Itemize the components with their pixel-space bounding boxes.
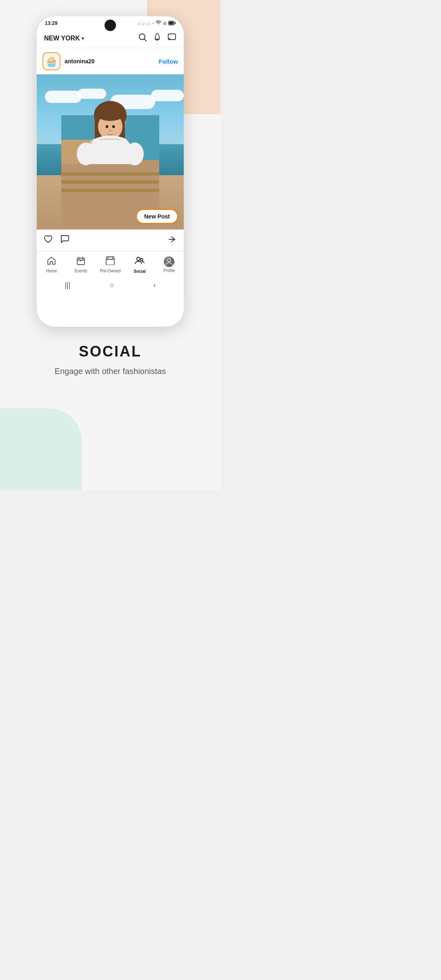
post-image: New Post xyxy=(37,74,184,229)
svg-point-17 xyxy=(106,125,108,128)
android-back-icon[interactable]: ‹ xyxy=(154,281,156,290)
svg-point-16 xyxy=(98,111,122,121)
search-icon[interactable] xyxy=(138,33,147,44)
nav-preowned-label: Pre-Owned xyxy=(100,269,121,273)
nav-preowned[interactable]: Pre-Owned xyxy=(98,256,122,273)
social-heading: SOCIAL xyxy=(79,343,142,360)
svg-point-24 xyxy=(167,258,171,262)
wifi-icon xyxy=(156,20,161,26)
svg-rect-7 xyxy=(61,180,159,184)
android-menu-icon[interactable]: ||| xyxy=(65,281,70,290)
events-icon xyxy=(76,256,86,267)
nav-profile-label: Profile xyxy=(163,268,175,273)
bg-decoration-bottom xyxy=(0,408,82,490)
no-signal-icon: ⊘ xyxy=(163,21,167,26)
svg-point-19 xyxy=(109,130,111,132)
play-icon: ▷ xyxy=(143,21,146,26)
nav-social[interactable]: Social xyxy=(127,256,152,274)
svg-point-18 xyxy=(112,125,115,128)
nav-events[interactable]: Events xyxy=(69,256,93,273)
status-icons: ⚠ ▷ ▷ • ⊘ xyxy=(137,20,176,26)
user-avatar[interactable]: 🧁 xyxy=(42,52,60,70)
new-post-button[interactable]: New Post xyxy=(136,209,178,224)
android-nav-bar: ||| ○ ‹ xyxy=(37,277,184,294)
location-text: NEW YORK xyxy=(44,35,80,42)
svg-rect-6 xyxy=(61,172,159,176)
preowned-icon xyxy=(105,256,115,267)
phone-shell: 13:29 ⚠ ▷ ▷ • ⊘ xyxy=(37,16,184,327)
nav-home-label: Home xyxy=(46,269,57,273)
chevron-down-icon: ▾ xyxy=(82,36,84,41)
nav-events-label: Events xyxy=(75,269,87,273)
warning-icon: ⚠ xyxy=(137,21,141,26)
svg-point-21 xyxy=(126,143,144,165)
android-home-icon[interactable]: ○ xyxy=(110,281,114,290)
status-bar: 13:29 ⚠ ▷ ▷ • ⊘ xyxy=(37,16,184,29)
social-subtitle: Engage with other fashionistas xyxy=(55,367,166,376)
camera-notch xyxy=(105,20,116,31)
bottom-navigation: Home Events Pre-Owned xyxy=(37,251,184,277)
username: antonina20 xyxy=(65,58,159,65)
header-icons xyxy=(138,33,176,44)
location-selector[interactable]: NEW YORK ▾ xyxy=(44,35,84,42)
social-icon xyxy=(134,256,145,268)
nav-social-label: Social xyxy=(134,269,145,274)
svg-rect-8 xyxy=(61,189,159,192)
battery-icon xyxy=(168,21,176,26)
svg-rect-1 xyxy=(175,22,176,24)
comment-button[interactable] xyxy=(60,234,69,246)
share-button[interactable] xyxy=(167,235,177,246)
nav-profile[interactable]: Profile xyxy=(157,256,181,273)
cast-icon: ▷ xyxy=(147,21,151,26)
svg-point-22 xyxy=(137,257,140,261)
nav-home[interactable]: Home xyxy=(39,256,64,273)
profile-avatar xyxy=(164,256,174,267)
message-icon[interactable] xyxy=(167,33,176,44)
app-header: NEW YORK ▾ xyxy=(37,29,184,48)
post-header: 🧁 antonina20 Follow xyxy=(37,48,184,74)
like-button[interactable] xyxy=(43,234,53,246)
status-time: 13:29 xyxy=(45,20,58,26)
avatar-emoji: 🧁 xyxy=(45,55,58,68)
beach-scene: New Post xyxy=(37,74,184,229)
follow-button[interactable]: Follow xyxy=(159,58,178,65)
bottom-section: SOCIAL Engage with other fashionistas xyxy=(42,327,178,401)
notification-icon[interactable] xyxy=(153,33,162,44)
dot-icon: • xyxy=(152,21,154,26)
person-figure xyxy=(61,82,159,229)
home-icon xyxy=(47,256,56,267)
svg-point-23 xyxy=(140,258,143,261)
svg-rect-2 xyxy=(169,21,174,24)
post-actions xyxy=(37,229,184,251)
svg-point-20 xyxy=(77,143,95,165)
